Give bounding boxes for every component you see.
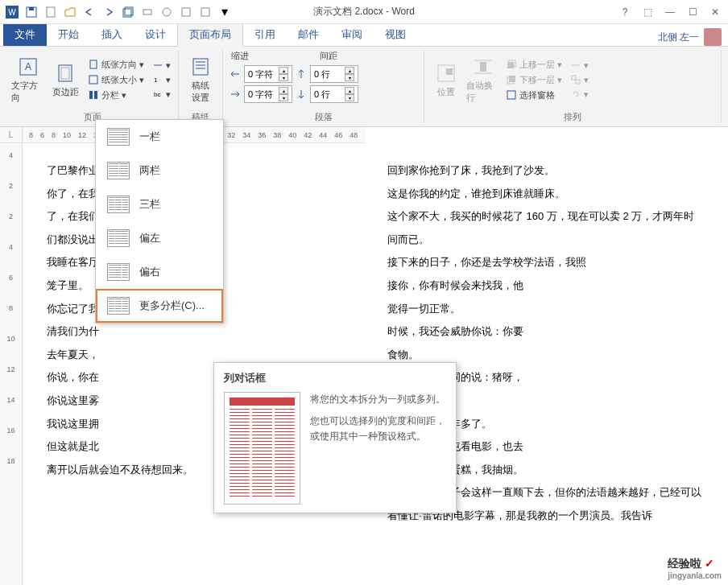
margins-button[interactable]: 页边距 [48, 50, 82, 109]
size-button[interactable]: 纸张大小 ▾ [85, 73, 147, 87]
spacing-label: 间距 [320, 50, 337, 62]
spinner-down[interactable]: ▾ [345, 94, 354, 101]
svg-rect-7 [143, 10, 151, 14]
svg-rect-14 [61, 68, 69, 79]
window-controls: ? ⬚ — ☐ ✕ [615, 4, 725, 20]
line-numbers-button[interactable]: 1▾ [150, 73, 173, 86]
svg-rect-9 [182, 8, 190, 16]
text-direction-button[interactable]: A 文字方向 [11, 50, 45, 109]
save-all-icon[interactable] [119, 3, 137, 21]
group-arrange-label: 排列 [429, 109, 716, 123]
print-preview-icon[interactable] [139, 3, 156, 21]
columns-tooltip: 列对话框 将您的文本拆分为一列或多列。 您也可以选择列的宽度和间距，或使用其中一… [213, 362, 457, 513]
ribbon-toggle-icon[interactable]: ⬚ [638, 4, 657, 20]
columns-one[interactable]: 一栏 [96, 120, 223, 154]
tab-insert[interactable]: 插入 [90, 23, 134, 46]
qat-item-icon[interactable] [177, 3, 195, 21]
svg-text:1: 1 [154, 76, 158, 84]
svg-rect-37 [576, 80, 580, 84]
columns-left[interactable]: 偏左 [96, 221, 223, 255]
maximize-icon[interactable]: ☐ [683, 4, 702, 20]
spinner-down[interactable]: ▾ [345, 74, 354, 81]
tab-design[interactable]: 设计 [134, 23, 177, 46]
svg-rect-36 [572, 76, 576, 80]
columns-button[interactable]: 分栏 ▾ [85, 89, 147, 102]
rotate-button[interactable]: ▾ [568, 88, 591, 101]
svg-text:bc: bc [154, 91, 160, 98]
help-icon[interactable]: ? [615, 4, 635, 20]
spinner-down[interactable]: ▾ [279, 94, 288, 101]
svg-point-8 [163, 8, 171, 16]
svg-rect-32 [509, 76, 515, 82]
tab-home[interactable]: 开始 [47, 23, 90, 46]
watermark: 经验啦 ✓ jingyanla.com [668, 557, 722, 580]
tooltip-title: 列对话框 [224, 371, 446, 385]
spinner-up[interactable]: ▴ [279, 87, 288, 94]
new-icon[interactable] [42, 3, 60, 21]
spacing-before-icon [296, 68, 307, 80]
qat-item2-icon[interactable] [196, 3, 214, 21]
avatar[interactable] [704, 28, 722, 46]
columns-three[interactable]: 三栏 [96, 187, 223, 221]
save-icon[interactable] [23, 3, 40, 21]
spacing-after-input[interactable]: 0 行▴▾ [310, 85, 358, 103]
bring-forward-button[interactable]: 上移一层 ▾ [503, 58, 565, 72]
document-title: 演示文档 2.docx - Word [313, 5, 415, 19]
group-button[interactable]: ▾ [568, 73, 591, 86]
tab-review[interactable]: 审阅 [330, 23, 374, 46]
minimize-icon[interactable]: — [660, 4, 680, 20]
tab-references[interactable]: 引用 [243, 23, 287, 46]
indent-left-input[interactable]: 0 字符▴▾ [244, 65, 292, 83]
manuscript-button[interactable]: 稿纸 设置 [184, 50, 217, 109]
undo-icon[interactable] [81, 3, 98, 21]
send-backward-button[interactable]: 下移一层 ▾ [503, 73, 565, 87]
title-bar: W ▾ 演示文档 2.docx - Word ? ⬚ — ☐ ✕ [0, 0, 728, 24]
indent-right-input[interactable]: 0 字符▴▾ [244, 85, 292, 103]
ruler-corner: L [0, 127, 23, 143]
orientation-button[interactable]: 纸张方向 ▾ [85, 58, 147, 72]
spinner-up[interactable]: ▴ [345, 67, 354, 74]
redo-icon[interactable] [100, 3, 118, 21]
quick-access-toolbar: W ▾ [3, 3, 234, 21]
tab-layout[interactable]: 页面布局 [177, 23, 243, 47]
tab-view[interactable]: 视图 [374, 23, 417, 46]
spacing-before-input[interactable]: 0 行▴▾ [310, 65, 358, 83]
svg-rect-21 [193, 59, 208, 75]
svg-rect-30 [507, 62, 514, 68]
group-paragraph-label: 段落 [228, 109, 419, 123]
columns-more[interactable]: 更多分栏(C)... [96, 289, 223, 323]
tooltip-preview-icon [224, 392, 300, 505]
hyphenation-button[interactable]: bc▾ [150, 88, 173, 101]
indent-right-icon [230, 89, 241, 100]
svg-rect-4 [47, 7, 55, 17]
tab-mailings[interactable]: 邮件 [287, 23, 330, 46]
user-name[interactable]: 北侧 左一 [658, 31, 699, 44]
tooltip-text: 将您的文本拆分为一列或多列。 您也可以选择列的宽度和间距，或使用其中一种预设格式… [310, 392, 446, 505]
selection-pane-button[interactable]: 选择窗格 [503, 89, 565, 102]
svg-text:A: A [25, 61, 31, 72]
vertical-ruler[interactable]: 4224681012141618 [0, 143, 23, 585]
wrap-button[interactable]: 自动换行 [466, 50, 500, 109]
svg-rect-10 [201, 8, 209, 16]
columns-dropdown: 一栏 两栏 三栏 偏左 偏右 更多分栏(C)... [95, 119, 224, 323]
align-button[interactable]: ▾ [568, 59, 591, 72]
open-icon[interactable] [61, 3, 79, 21]
breaks-button[interactable]: ▾ [150, 59, 173, 72]
qat-more-icon[interactable] [158, 3, 176, 21]
position-button[interactable]: 位置 [429, 50, 463, 109]
ribbon-tabs: 文件 开始 插入 设计 页面布局 引用 邮件 审阅 视图 北侧 左一 [0, 24, 728, 47]
ribbon: A 文字方向 页边距 纸张方向 ▾ 纸张大小 ▾ 分栏 ▾ ▾ 1▾ bc▾ 页… [0, 47, 728, 127]
svg-rect-34 [507, 91, 515, 99]
tab-file[interactable]: 文件 [3, 23, 47, 46]
close-icon[interactable]: ✕ [705, 4, 725, 20]
word-icon[interactable]: W [3, 3, 21, 21]
indent-label: 缩进 [231, 50, 249, 62]
spacing-after-icon [296, 89, 307, 100]
spinner-down[interactable]: ▾ [279, 74, 288, 81]
spinner-up[interactable]: ▴ [345, 87, 354, 94]
indent-left-icon [230, 68, 241, 80]
columns-two[interactable]: 两栏 [96, 154, 223, 187]
qat-customize-icon[interactable]: ▾ [216, 3, 234, 21]
columns-right[interactable]: 偏右 [96, 255, 223, 289]
spinner-up[interactable]: ▴ [279, 67, 288, 74]
